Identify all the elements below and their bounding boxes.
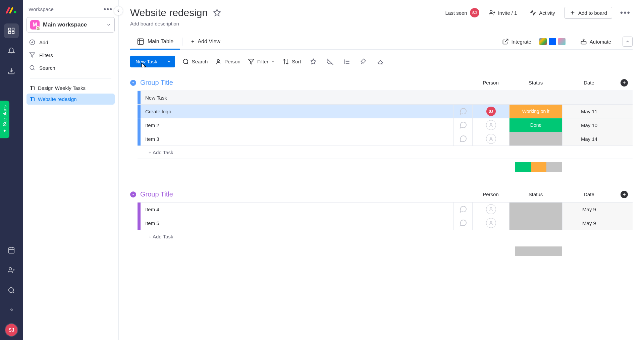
row-chat-icon[interactable] — [453, 118, 472, 132]
group-collapse-toggle[interactable] — [130, 80, 136, 86]
rail-help-icon[interactable] — [4, 303, 19, 318]
board-title[interactable]: Website redesign — [130, 7, 208, 18]
toolbar-sort[interactable]: Sort — [282, 58, 301, 65]
rail-search-icon[interactable] — [4, 283, 19, 298]
person-empty-icon[interactable] — [486, 204, 496, 214]
board-description[interactable]: Add board description — [130, 21, 633, 26]
column-header-status[interactable]: Status — [509, 191, 562, 197]
sidebar-board-website-redesign[interactable]: Website redesign — [26, 94, 115, 105]
gdrive-icon[interactable] — [539, 38, 547, 45]
row-person-cell[interactable] — [472, 203, 509, 216]
table-row[interactable]: New Task — [138, 91, 633, 104]
toolbar-filter-label: Filter — [257, 59, 268, 64]
row-status-cell[interactable] — [509, 203, 562, 216]
last-seen[interactable]: Last seen SJ — [445, 8, 479, 17]
board-menu-icon[interactable]: ••• — [618, 8, 633, 17]
table-row[interactable]: Item 2 Done May 10 — [138, 118, 633, 132]
row-chat-icon[interactable] — [453, 203, 472, 216]
toolbar-filter[interactable]: Filter — [248, 58, 275, 65]
row-person-cell[interactable] — [472, 216, 509, 230]
row-status-cell[interactable] — [509, 216, 562, 230]
workspace-selector[interactable]: M Main workspace — [26, 17, 115, 33]
tab-main-table[interactable]: Main Table — [130, 34, 180, 49]
new-task-button[interactable]: New Task — [130, 56, 175, 67]
color-icon[interactable] — [359, 57, 368, 66]
group-title[interactable]: Group Title — [140, 190, 173, 198]
row-status-cell[interactable] — [509, 132, 562, 146]
rail-invite-icon[interactable] — [4, 263, 19, 278]
row-name-cell[interactable]: Item 3 — [141, 132, 453, 146]
row-chat-icon[interactable] — [453, 105, 472, 118]
row-status-cell[interactable]: Working on it — [509, 105, 562, 118]
sidebar-add[interactable]: Add — [26, 36, 115, 49]
svg-line-31 — [505, 39, 508, 42]
row-color-bar — [138, 132, 141, 146]
new-task-dropdown[interactable] — [163, 57, 175, 67]
add-task-button[interactable]: + Add Task — [141, 150, 173, 155]
person-empty-icon[interactable] — [486, 134, 496, 144]
toolbar-person[interactable]: Person — [215, 58, 240, 65]
row-color-bar — [138, 216, 141, 230]
add-column-button[interactable]: + — [621, 191, 628, 198]
row-chat-icon[interactable] — [453, 216, 472, 230]
dropbox-icon[interactable] — [549, 38, 556, 45]
row-date-cell[interactable]: May 11 — [562, 105, 616, 118]
person-empty-icon[interactable] — [486, 218, 496, 228]
hide-icon[interactable] — [325, 57, 335, 66]
eraser-icon[interactable] — [376, 57, 385, 66]
column-header-date[interactable]: Date — [562, 80, 616, 86]
sidebar-board-design-weekly[interactable]: Design Weekly Tasks — [26, 82, 115, 94]
automate-button[interactable]: Automate — [577, 36, 614, 47]
row-name-cell[interactable]: Create logo — [141, 105, 453, 118]
row-name-cell[interactable]: Item 2 — [141, 118, 453, 132]
row-person-cell[interactable]: SJ — [472, 105, 509, 118]
tab-label: Add View — [198, 39, 220, 45]
sidebar-menu-icon[interactable]: ••• — [104, 5, 113, 13]
collapse-sidebar-button[interactable] — [114, 6, 123, 15]
sidebar-search[interactable]: Search — [26, 61, 115, 74]
row-chat-icon[interactable] — [453, 132, 472, 146]
invite-button[interactable]: Invite / 1 — [485, 7, 521, 18]
app-icon[interactable] — [558, 38, 566, 45]
person-avatar[interactable]: SJ — [486, 107, 496, 116]
rail-calendar-icon[interactable] — [4, 243, 19, 258]
group-title[interactable]: Group Title — [140, 79, 173, 87]
row-name-cell[interactable]: New Task — [141, 91, 633, 104]
rail-notifications-icon[interactable] — [4, 44, 19, 58]
add-to-board-button[interactable]: Add to board — [565, 7, 612, 19]
activity-button[interactable]: Activity — [526, 7, 558, 18]
column-header-date[interactable]: Date — [562, 191, 616, 197]
rail-inbox-icon[interactable] — [4, 64, 19, 78]
table-row[interactable]: Create logo SJ Working on it May 11 — [138, 104, 633, 118]
height-icon[interactable] — [342, 57, 352, 66]
row-name-cell[interactable]: Item 5 — [141, 216, 453, 230]
integrate-button[interactable]: Integrate — [499, 36, 535, 47]
group-collapse-toggle[interactable] — [130, 191, 136, 197]
rail-work-icon[interactable] — [4, 23, 19, 38]
rail-avatar[interactable]: SJ — [5, 323, 18, 337]
person-empty-icon[interactable] — [486, 120, 496, 130]
tab-add-view[interactable]: + Add View — [184, 35, 227, 49]
pin-icon[interactable] — [309, 57, 318, 66]
table-row[interactable]: Item 4 May 9 — [138, 202, 633, 216]
column-header-person[interactable]: Person — [472, 80, 509, 86]
row-date-cell[interactable]: May 9 — [562, 216, 616, 230]
sidebar-filters[interactable]: Filters — [26, 49, 115, 61]
see-plans-tab[interactable]: ✦See plans — [0, 101, 9, 138]
column-header-person[interactable]: Person — [472, 191, 509, 197]
row-person-cell[interactable] — [472, 132, 509, 146]
row-date-cell[interactable]: May 9 — [562, 203, 616, 216]
row-date-cell[interactable]: May 14 — [562, 132, 616, 146]
add-column-button[interactable]: + — [621, 79, 628, 87]
column-header-status[interactable]: Status — [509, 80, 562, 86]
row-name-cell[interactable]: Item 4 — [141, 203, 453, 216]
collapse-views-button[interactable] — [623, 37, 633, 47]
row-status-cell[interactable]: Done — [509, 118, 562, 132]
add-task-button[interactable]: + Add Task — [141, 234, 173, 239]
row-date-cell[interactable]: May 10 — [562, 118, 616, 132]
toolbar-search[interactable]: Search — [182, 58, 208, 65]
table-row[interactable]: Item 5 May 9 — [138, 216, 633, 230]
star-icon[interactable] — [213, 9, 221, 17]
row-person-cell[interactable] — [472, 118, 509, 132]
table-row[interactable]: Item 3 May 14 — [138, 132, 633, 146]
